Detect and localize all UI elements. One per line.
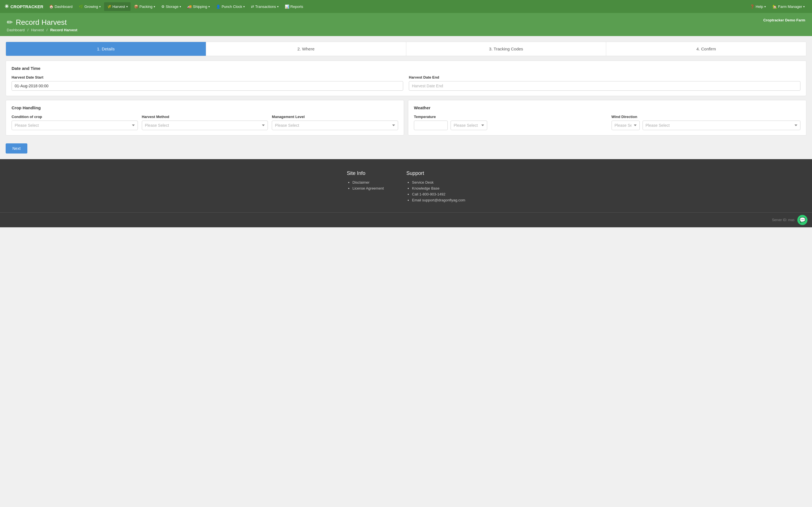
crop-select-group: Condition of crop Please Select Harvest … [11,115,398,130]
harvest-date-start-input[interactable] [11,81,403,91]
step-2-where[interactable]: 2. Where [206,42,406,56]
list-item: Disclaimer [352,180,384,184]
nav-storage[interactable]: ⚙ Storage ▾ [158,2,184,11]
support-title: Support [406,170,465,176]
step-3-tracking[interactable]: 3. Tracking Codes [406,42,606,56]
list-item: Service Desk [412,180,465,184]
nav-shipping[interactable]: 🚚 Shipping ▾ [185,2,213,11]
list-item: Knowledge Base [412,186,465,190]
next-button[interactable]: Next [6,144,28,154]
footer-site-info: Site Info Disclaimer License Agreement [347,170,384,204]
crop-weather-row: Crop Handling Condition of crop Please S… [6,100,806,139]
wind-unit-col: Please Select [612,121,640,130]
chat-button[interactable]: 💬 [797,215,808,225]
method-col: Harvest Method Please Select [142,115,268,130]
temperature-input[interactable] [414,121,448,130]
logo-icon: ✳ [4,3,9,10]
weather-section: Weather Temperature Please Select [408,100,806,135]
condition-col: Condition of crop Please Select [11,115,138,130]
temp-unit-col: Please Select [451,121,487,130]
punchclock-icon: 👤 [216,4,220,9]
crop-section: Crop Handling Condition of crop Please S… [6,100,404,135]
management-label: Management Level [272,115,398,119]
nav-transactions[interactable]: ⇄ Transactions ▾ [248,2,282,11]
management-col: Management Level Please Select [272,115,398,130]
wind-direction-select[interactable]: Please Select [643,121,801,130]
breadcrumb-current: Record Harvest [50,28,77,32]
step-4-confirm[interactable]: 4. Confirm [606,42,806,56]
breadcrumb-harvest[interactable]: Harvest [31,28,44,32]
chevron-down-icon: ▾ [764,5,766,8]
server-bar: Server ID: mas 💬 [0,212,812,227]
harvest-date-end-input[interactable] [409,81,801,91]
list-item: Call 1-800-903-1492 [412,192,465,196]
method-select[interactable]: Please Select [142,121,268,130]
nav-right: ❓ Help ▾ 🏡 Farm Manager ▾ [747,2,808,11]
breadcrumb-sep-1: / [28,28,29,32]
page-header-left: ✏ Record Harvest Dashboard / Harvest / R… [7,18,77,32]
method-label: Harvest Method [142,115,268,119]
list-item: License Agreement [352,186,384,190]
harvest-icon: 🌾 [107,4,111,9]
dashboard-icon: 🏠 [49,4,54,9]
crop-section-title: Crop Handling [11,105,398,110]
page-title: Record Harvest [16,18,67,27]
temperature-label: Temperature [414,115,603,119]
chevron-down-icon: ▾ [277,5,278,8]
steps-row: 1. Details 2. Where 3. Tracking Codes 4.… [6,42,806,56]
page-title-row: ✏ Record Harvest [7,18,77,27]
footer-support: Support Service Desk Knowledge Base Call… [406,170,465,204]
condition-select[interactable]: Please Select [11,121,138,130]
temperature-unit-select[interactable]: Please Select [451,121,487,130]
weather-fields: Temperature Please Select Wi [414,115,801,130]
server-id: Server ID: mas [772,218,795,222]
harvest-end-col: Harvest Date End [409,75,801,91]
footer: Site Info Disclaimer License Agreement S… [0,159,812,212]
knowledge-base-link[interactable]: Knowledge Base [412,186,440,190]
chevron-down-icon: ▾ [243,5,245,8]
nav-harvest[interactable]: 🌾 Harvest ▾ [104,2,131,11]
nav-punch-clock[interactable]: 👤 Punch Clock ▾ [213,2,248,11]
date-row: Harvest Date Start Harvest Date End [11,75,801,91]
brand[interactable]: ✳ CROPTRACKER [4,3,43,10]
breadcrumb-dashboard[interactable]: Dashboard [7,28,25,32]
phone-link[interactable]: Call 1-800-903-1492 [412,192,446,196]
reports-icon: 📊 [285,4,289,9]
wind-unit-select[interactable]: Please Select [612,121,640,130]
email-link[interactable]: Email support@dragonflyag.com [412,198,465,202]
nav-reports[interactable]: 📊 Reports [282,2,306,11]
temp-row: Please Select [414,121,603,130]
chevron-down-icon: ▾ [99,5,101,8]
chevron-down-icon: ▾ [208,5,210,8]
harvest-start-col: Harvest Date Start [11,75,403,91]
condition-label: Condition of crop [11,115,138,119]
harvest-end-label: Harvest Date End [409,75,801,79]
nav-dashboard[interactable]: 🏠 Dashboard [46,2,75,11]
farm-icon: 🏡 [772,4,777,9]
navbar: ✳ CROPTRACKER 🏠 Dashboard 🌿 Growing ▾ 🌾 … [0,0,812,13]
nav-growing[interactable]: 🌿 Growing ▾ [76,2,103,11]
nav-packing[interactable]: 📦 Packing ▾ [131,2,158,11]
step-1-details[interactable]: 1. Details [6,42,206,56]
pencil-icon: ✏ [7,18,13,27]
support-links: Service Desk Knowledge Base Call 1-800-9… [406,180,465,202]
farm-name: Croptracker Demo Farm [763,18,805,22]
disclaimer-link[interactable]: Disclaimer [352,180,370,184]
service-desk-link[interactable]: Service Desk [412,180,434,184]
nav-help[interactable]: ❓ Help ▾ [747,2,769,11]
temperature-field: Temperature Please Select [414,115,603,130]
site-info-links: Disclaimer License Agreement [347,180,384,190]
license-link[interactable]: License Agreement [352,186,384,190]
transactions-icon: ⇄ [251,4,254,9]
list-item: Email support@dragonflyag.com [412,198,465,202]
management-select[interactable]: Please Select [272,121,398,130]
chevron-down-icon: ▾ [180,5,181,8]
nav-items: 🏠 Dashboard 🌿 Growing ▾ 🌾 Harvest ▾ 📦 Pa… [46,2,747,11]
packing-icon: 📦 [134,4,139,9]
shipping-icon: 🚚 [187,4,192,9]
wind-field: Wind Direction Please Select Please Sele… [612,115,801,130]
page-header: ✏ Record Harvest Dashboard / Harvest / R… [0,13,812,36]
nav-farm-manager[interactable]: 🏡 Farm Manager ▾ [770,2,808,11]
weather-section-title: Weather [414,105,801,110]
help-icon: ❓ [750,4,755,9]
